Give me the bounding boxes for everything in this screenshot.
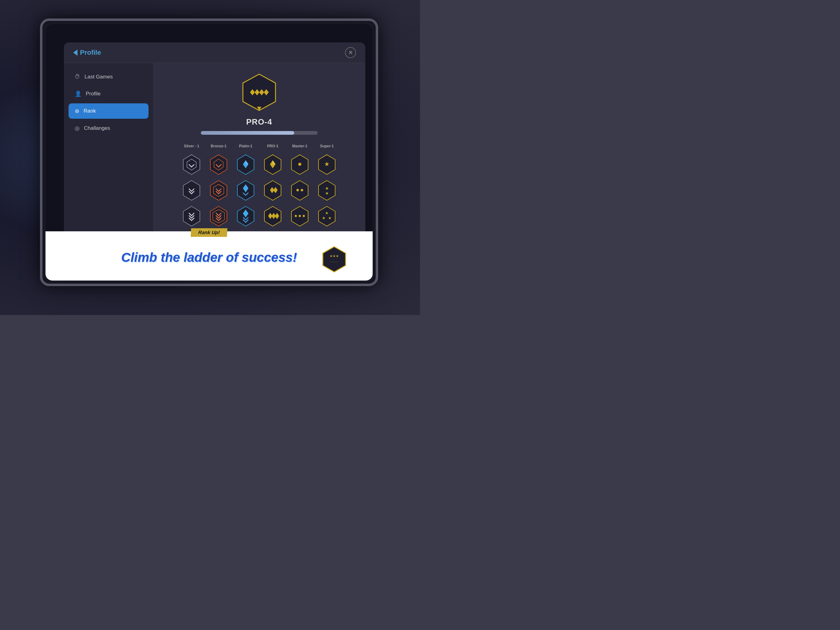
svg-marker-39 — [183, 180, 200, 200]
back-arrow-icon — [73, 49, 77, 56]
close-button[interactable]: ✕ — [345, 47, 356, 58]
col-platin: Platin-1 — [234, 144, 257, 148]
rank-title: PRO-4 — [246, 117, 272, 127]
tablet-frame: Profile ✕ ⏱ Last Games 👤 Profile — [40, 19, 378, 286]
bottom-banner-container: Rank Up! Climb the ladder of success! ★★… — [46, 216, 373, 280]
close-icon: ✕ — [348, 49, 353, 56]
badge-platin-2 — [234, 179, 257, 202]
rank-icon: ⊕ — [75, 108, 79, 114]
svg-marker-89 — [323, 247, 346, 272]
banner-star-badge: ★★★ ──── — [321, 245, 348, 274]
person-icon: 👤 — [75, 90, 82, 97]
svg-text:────: ──── — [330, 260, 338, 263]
sidebar-item-rank[interactable]: ⊕ Rank — [69, 103, 148, 119]
badge-pro-2 — [261, 179, 284, 202]
rank-column-headers: Silver - 1 Bronze-1 Platin-1 PRO-1 Maste… — [163, 144, 356, 148]
badge-super-2: ★ ★ — [315, 179, 338, 202]
svg-text:★: ★ — [325, 191, 329, 196]
rank-up-label: Rank Up! — [191, 228, 227, 237]
sidebar-label-last-games: Last Games — [85, 74, 113, 80]
badge-master-1 — [288, 153, 311, 176]
svg-marker-25 — [183, 155, 200, 174]
sidebar-label-challenges: Challanges — [84, 125, 110, 131]
badge-super-1: ★ — [315, 153, 338, 176]
rank-progress-bar — [201, 131, 317, 135]
svg-text:★: ★ — [324, 161, 330, 167]
sidebar-item-profile[interactable]: 👤 Profile — [69, 86, 148, 101]
back-label: Profile — [80, 49, 101, 57]
svg-point-49 — [301, 189, 303, 192]
tablet-screen: Profile ✕ ⏱ Last Games 👤 Profile — [46, 24, 373, 280]
sidebar-item-last-games[interactable]: ⏱ Last Games — [69, 69, 148, 84]
rank-progress-fill — [201, 131, 294, 135]
modal-header: Profile ✕ — [64, 43, 365, 63]
bottom-banner: Rank Up! Climb the ladder of success! ★★… — [46, 225, 373, 280]
badge-bronze-1 — [207, 153, 230, 176]
col-bronze: Bronze-1 — [207, 144, 230, 148]
svg-text:★: ★ — [325, 211, 329, 215]
svg-point-48 — [297, 189, 299, 192]
badge-silver-1 — [180, 153, 203, 176]
rank-badge-large — [239, 72, 279, 112]
banner-main-label: Climb the ladder of success! — [121, 250, 297, 264]
svg-point-36 — [298, 163, 301, 166]
rank-row-1: ★ — [180, 153, 338, 176]
badge-silver-2 — [180, 179, 203, 202]
col-silver: Silver - 1 — [180, 144, 203, 148]
svg-text:★★★: ★★★ — [330, 254, 339, 258]
col-master: Master-1 — [288, 144, 311, 148]
svg-text:★: ★ — [325, 186, 329, 191]
rank-row-2: ★ ★ — [180, 179, 338, 202]
badge-pro-1 — [261, 153, 284, 176]
sidebar-item-challenges[interactable]: ◎ Challanges — [69, 120, 148, 136]
col-super: Super-1 — [315, 144, 338, 148]
rank-up-text: Rank Up! — [198, 230, 220, 235]
challenges-icon: ◎ — [75, 125, 80, 131]
col-pro: PRO-1 — [261, 144, 284, 148]
back-button[interactable]: Profile — [73, 49, 101, 57]
badge-master-2 — [288, 179, 311, 202]
svg-marker-27 — [210, 155, 227, 174]
badge-bronze-2 — [207, 179, 230, 202]
clock-icon: ⏱ — [75, 73, 80, 80]
sidebar-label-rank: Rank — [84, 108, 96, 114]
badge-platin-1 — [234, 153, 257, 176]
svg-marker-40 — [210, 180, 227, 200]
svg-marker-47 — [292, 180, 308, 200]
banner-main-text: Climb the ladder of success! — [121, 250, 297, 265]
sidebar-label-profile: Profile — [86, 91, 101, 97]
